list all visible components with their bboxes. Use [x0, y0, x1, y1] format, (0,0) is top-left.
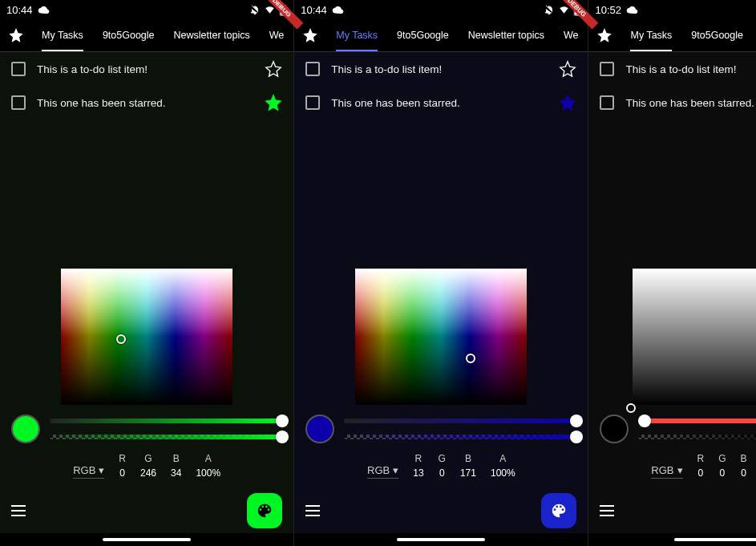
saturation-value-box[interactable]	[355, 269, 527, 405]
channel-a: A100%	[196, 453, 220, 479]
slider-thumb[interactable]	[276, 431, 289, 443]
channel-g: G0	[439, 453, 446, 479]
tab-9to5google[interactable]: 9to5Google	[387, 19, 459, 51]
phone-screen-0: 10:44 DEBUG My Tasks9to5GoogleNewsletter…	[0, 0, 294, 546]
gesture-nav-bar[interactable]	[0, 533, 293, 546]
todo-row[interactable]: This is a to-do list item!	[588, 52, 756, 86]
tab-newsletter topics[interactable]: Newsletter topics	[164, 19, 260, 51]
starred-tab[interactable]	[0, 28, 32, 42]
tab-9to5google[interactable]: 9to5Google	[93, 19, 164, 51]
format-label: RGB	[73, 464, 95, 476]
todo-row[interactable]: This is a to-do list item!	[0, 52, 293, 86]
chevron-down-icon: ▾	[393, 464, 398, 476]
todo-text: This is a to-do list item!	[625, 63, 756, 75]
checkbox[interactable]	[305, 62, 320, 76]
picker-thumb[interactable]	[116, 334, 126, 344]
color-swatch	[600, 415, 629, 443]
checkbox[interactable]	[600, 62, 614, 76]
channel-label: G	[718, 453, 726, 464]
tab-my tasks[interactable]: My Tasks	[32, 19, 93, 51]
bottom-bar	[294, 488, 588, 533]
slider-thumb[interactable]	[570, 415, 583, 427]
palette-fab[interactable]	[541, 493, 576, 528]
menu-button[interactable]	[11, 499, 34, 522]
star-button[interactable]	[265, 60, 282, 78]
format-select[interactable]: RGB▾	[73, 464, 104, 479]
channel-value: 0	[439, 467, 445, 479]
tab-newsletter topics[interactable]: Newsletter topics	[753, 19, 756, 51]
chevron-down-icon: ▾	[99, 464, 104, 476]
tab-we[interactable]: We	[260, 19, 294, 51]
todo-row[interactable]: This one has been starred.	[0, 86, 293, 119]
channel-value: 0	[720, 467, 726, 479]
todo-text: This one has been starred.	[37, 97, 253, 109]
todo-text: This is a to-do list item!	[37, 63, 253, 75]
slider-thumb[interactable]	[638, 415, 651, 427]
color-picker: RGB▾ R0G246B34A100%	[0, 259, 293, 488]
todo-row[interactable]: This is a to-do list item!	[294, 52, 588, 86]
star-button[interactable]	[559, 60, 576, 78]
channel-g: G0	[718, 453, 726, 479]
tab-we[interactable]: We	[554, 19, 588, 51]
format-select[interactable]: RGB▾	[651, 464, 682, 479]
star-button[interactable]	[559, 94, 576, 111]
status-bar: 10:44	[0, 0, 293, 19]
picker-thumb[interactable]	[626, 403, 636, 413]
menu-button[interactable]	[600, 499, 622, 522]
palette-fab[interactable]	[247, 493, 282, 528]
tab-newsletter topics[interactable]: Newsletter topics	[459, 19, 554, 51]
saturation-value-box[interactable]	[61, 269, 232, 405]
tab-bar: My Tasks9to5GoogleNewsletter topicsWe	[0, 19, 293, 51]
starred-tab[interactable]	[294, 28, 326, 42]
channel-value: 0	[119, 467, 125, 479]
slider-thumb[interactable]	[570, 431, 583, 443]
phone-screen-2: 10:52 My Tasks9to5GoogleNewsletter topic…	[588, 0, 756, 546]
starred-tab[interactable]	[588, 28, 621, 42]
content-area: This is a to-do list item! This one has …	[0, 52, 293, 488]
checkbox[interactable]	[11, 95, 26, 110]
tab-my tasks[interactable]: My Tasks	[621, 19, 681, 51]
todo-text: This one has been starred.	[625, 97, 756, 109]
star-button[interactable]	[265, 94, 282, 111]
gesture-nav-bar[interactable]	[294, 533, 588, 546]
channel-label: B	[173, 453, 180, 464]
todo-text: This one has been starred.	[331, 97, 548, 109]
lightness-slider[interactable]	[344, 419, 576, 423]
tab-9to5google[interactable]: 9to5Google	[681, 19, 753, 51]
color-swatch	[305, 415, 334, 443]
alpha-slider[interactable]	[50, 435, 282, 439]
alpha-slider[interactable]	[344, 435, 576, 439]
channel-value: 171	[460, 467, 476, 479]
checkbox[interactable]	[11, 62, 26, 76]
gesture-nav-bar[interactable]	[588, 533, 756, 546]
lightness-slider[interactable]	[50, 419, 282, 423]
lightness-slider[interactable]	[638, 419, 756, 423]
channel-value: 246	[140, 467, 156, 479]
checkbox[interactable]	[305, 95, 320, 110]
saturation-value-box[interactable]	[633, 269, 756, 405]
cloud-icon	[332, 4, 344, 15]
clock: 10:44	[301, 4, 327, 16]
checkbox[interactable]	[600, 95, 614, 110]
cloud-icon	[38, 4, 50, 15]
menu-button[interactable]	[305, 499, 328, 522]
channel-r: R0	[119, 453, 126, 479]
channel-label: G	[439, 453, 446, 464]
tab-my tasks[interactable]: My Tasks	[326, 19, 387, 51]
channel-label: B	[741, 453, 747, 464]
slider-thumb[interactable]	[276, 415, 289, 427]
todo-row[interactable]: This one has been starred.	[294, 86, 588, 119]
channel-label: G	[144, 453, 152, 464]
picker-thumb[interactable]	[466, 354, 475, 363]
todo-row[interactable]: This one has been starred.	[588, 86, 756, 119]
alpha-slider[interactable]	[638, 435, 756, 439]
channel-label: R	[415, 453, 422, 464]
format-select[interactable]: RGB▾	[367, 464, 398, 479]
channel-r: R0	[697, 453, 705, 479]
channel-label: R	[697, 453, 705, 464]
channel-b: B34	[171, 453, 181, 479]
channel-value: 34	[171, 467, 181, 479]
cloud-icon	[626, 4, 638, 15]
channel-label: A	[499, 453, 506, 464]
channel-value: 0	[698, 467, 704, 479]
